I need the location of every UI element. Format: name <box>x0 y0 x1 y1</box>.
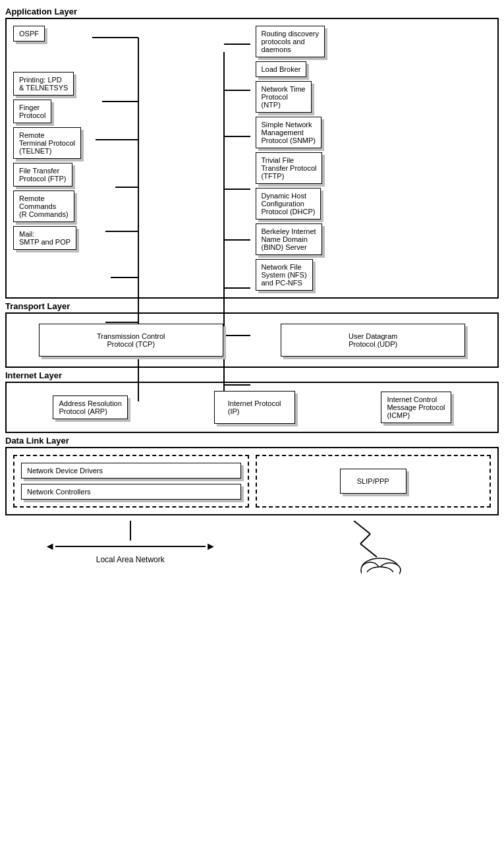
lan-section: ◄ ► Local Area Network <box>12 521 249 564</box>
svg-line-21 <box>360 544 377 557</box>
remote-terminal-node: RemoteTerminal Protocol(TELNET) <box>13 127 81 159</box>
finger-node-wrap: FingerProtocol <box>13 100 249 123</box>
bottom-area: ◄ ► Local Area Network <box>5 515 499 585</box>
snmp-node-wrap: Simple NetworkManagementProtocol (SNMP) <box>256 117 491 148</box>
snmp-node: Simple NetworkManagementProtocol (SNMP) <box>256 117 322 148</box>
slip-node: SLIP/PPP <box>340 469 406 494</box>
ndd-node: Network Device Drivers <box>21 463 241 479</box>
remote-commands-node-wrap: RemoteCommands(R Commands) <box>13 190 249 222</box>
transport-layer-box: Transmission ControlProtocol (TCP) User … <box>5 312 499 368</box>
app-left-column: OSPF Printing: LPD& TELNETSYS F <box>13 26 249 291</box>
nfs-node-wrap: Network FileSystem (NFS)and PC-NFS <box>256 259 491 291</box>
network-diagram: Application Layer OSPF <box>5 5 499 585</box>
bind-node-wrap: Berkeley InternetName Domain(BIND) Serve… <box>256 223 491 255</box>
arp-node: Address ResolutionProtocol (ARP) <box>53 395 127 419</box>
tftp-node-wrap: Trivial FileTransfer Protocol(TFTP) <box>256 152 491 184</box>
application-layer-label: Application Layer <box>5 5 499 18</box>
mail-node: Mail:SMTP and POP <box>13 226 76 250</box>
svg-line-20 <box>360 534 370 544</box>
tcp-node: Transmission ControlProtocol (TCP) <box>39 324 223 357</box>
tftp-node: Trivial FileTransfer Protocol(TFTP) <box>256 152 323 184</box>
datalink-layer-label: Data Link Layer <box>5 434 499 447</box>
mail-node-wrap: Mail:SMTP and POP <box>13 226 249 250</box>
icmp-node: Internet ControlMessage Protocol(ICMP) <box>381 392 451 423</box>
ftp-node-wrap: File TransferProtocol (FTP) <box>13 163 249 187</box>
ospf-node: OSPF <box>13 26 45 42</box>
datalink-layer-box: Network Device Drivers Network Controlle… <box>5 447 499 515</box>
internet-layer-label: Internet Layer <box>5 369 499 382</box>
remote-commands-node: RemoteCommands(R Commands) <box>13 190 74 222</box>
nfs-node: Network FileSystem (NFS)and PC-NFS <box>256 259 313 291</box>
bind-node: Berkeley InternetName Domain(BIND) Serve… <box>256 223 322 255</box>
ntp-node-wrap: Network TimeProtocol(NTP) <box>256 81 491 113</box>
vertical-line-lan <box>130 521 131 540</box>
svg-rect-26 <box>362 572 399 580</box>
dhcp-node: Dynamic HostConfigurationProtocol (DHCP) <box>256 188 322 219</box>
ospf-node-wrap: OSPF <box>13 26 45 42</box>
remote-terminal-node-wrap: RemoteTerminal Protocol(TELNET) <box>13 127 249 159</box>
datalink-right-box: SLIP/PPP <box>256 455 491 508</box>
app-right-column: Routing discoveryprotocols anddaemons Lo… <box>256 26 491 291</box>
transport-layer-label: Transport Layer <box>5 300 499 312</box>
ntp-node: Network TimeProtocol(NTP) <box>256 81 312 113</box>
ip-node: Internet Protocol(IP) <box>214 391 295 424</box>
internet-layer-box: Address ResolutionProtocol (ARP) Interne… <box>5 382 499 433</box>
printing-node-wrap: Printing: LPD& TELNETSYS <box>13 72 249 96</box>
datalink-left-box: Network Device Drivers Network Controlle… <box>13 455 249 508</box>
printing-node: Printing: LPD& TELNETSYS <box>13 72 74 96</box>
load-broker-node-wrap: Load Broker <box>256 61 491 77</box>
load-broker-node: Load Broker <box>256 61 307 77</box>
routing-node-wrap: Routing discoveryprotocols anddaemons <box>256 26 491 57</box>
app-layer-content: OSPF Printing: LPD& TELNETSYS F <box>13 26 491 291</box>
dhcp-node-wrap: Dynamic HostConfigurationProtocol (DHCP) <box>256 188 491 219</box>
ftp-node: File TransferProtocol (FTP) <box>13 163 72 187</box>
cloud-svg <box>334 521 413 580</box>
routing-node: Routing discoveryprotocols anddaemons <box>256 26 325 57</box>
cloud-section <box>256 521 493 580</box>
application-layer-box: OSPF Printing: LPD& TELNETSYS F <box>5 18 499 299</box>
udp-node: User DatagramProtocol (UDP) <box>281 324 465 357</box>
lan-arrow: ◄ ► <box>45 540 216 552</box>
lan-label: Local Area Network <box>96 555 165 564</box>
svg-line-19 <box>354 521 370 534</box>
finger-node: FingerProtocol <box>13 100 51 123</box>
nc-node: Network Controllers <box>21 484 241 500</box>
